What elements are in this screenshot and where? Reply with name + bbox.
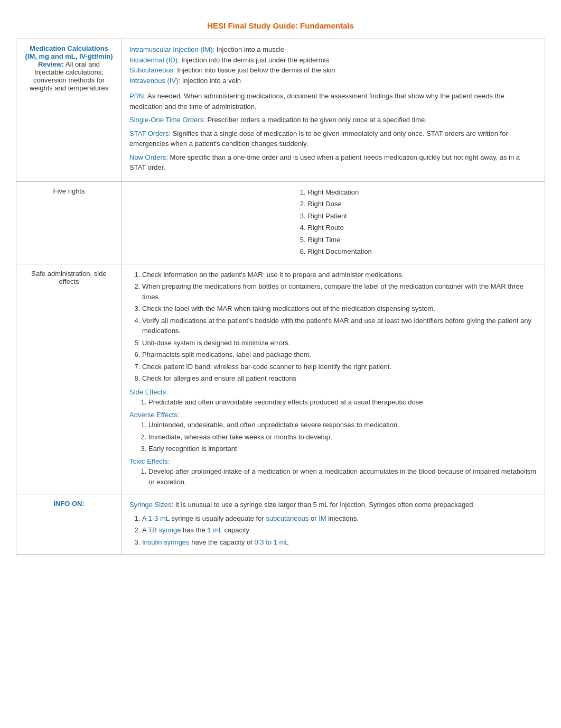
safe-admin-list: Check information on the patient's MAR: … bbox=[129, 270, 537, 384]
list-item: Unit-dose system is designed to minimize… bbox=[142, 338, 537, 348]
left-cell-med-calc: Medication Calculations (IM, mg and mL, … bbox=[16, 39, 122, 182]
toxic-effects-section: Toxic Effects: Develop after prolonged i… bbox=[129, 456, 537, 487]
insulin-capacity: 0.3 to 1 mL bbox=[254, 538, 288, 546]
list-item: A 1-3 mL syringe is usually adequate for… bbox=[142, 513, 537, 524]
prn-block: PRN: As needed. When administering medic… bbox=[129, 91, 537, 112]
side-effects-section: Side Effects: Predictable and often unav… bbox=[129, 387, 537, 408]
list-item: Right Time bbox=[307, 235, 371, 245]
med-calc-heading: Medication Calculations (IM, mg and mL, … bbox=[25, 44, 113, 60]
injection-types: Intramuscular Injection (IM): Injection … bbox=[129, 44, 537, 86]
right-cell-safe-admin: Check information on the patient's MAR: … bbox=[122, 264, 545, 494]
list-item: A TB syringe has the 1 mL capacity bbox=[142, 525, 537, 536]
side-effects-label: Side Effects: bbox=[129, 388, 168, 396]
list-item: Check the label with the MAR when taking… bbox=[142, 303, 537, 314]
toxic-effects-list: Develop after prolonged intake of a medi… bbox=[129, 466, 537, 487]
list-item: Verify all medications at the patient's … bbox=[142, 316, 537, 336]
stat-label: STAT Orders: bbox=[129, 130, 171, 137]
left-cell-five-rights: Five rights bbox=[16, 181, 122, 264]
list-item: Unintended, undesirable, and often unpre… bbox=[148, 420, 537, 430]
med-calc-review: Review: All oral and Injectable calculat… bbox=[30, 60, 109, 92]
list-item: Right Route bbox=[307, 223, 371, 233]
list-item: Insulin syringes have the capacity of 0.… bbox=[142, 537, 537, 548]
syringe-sizes-intro: Syringe Sizes: It is unusual to use a sy… bbox=[129, 500, 537, 510]
list-item: Right Patient bbox=[307, 211, 371, 222]
tb-capacity: 1 mL bbox=[207, 526, 222, 534]
stat-block: STAT Orders: Signifies that a single dos… bbox=[129, 128, 537, 149]
five-rights-list: Right Medication Right Dose Right Patien… bbox=[295, 187, 371, 259]
im-label: Intramuscular Injection (IM): bbox=[129, 45, 214, 53]
toxic-effects-label: Toxic Effects: bbox=[129, 457, 170, 465]
five-rights-label: Five rights bbox=[53, 187, 85, 195]
list-item: Pharmacists split medications, label and… bbox=[142, 349, 537, 360]
list-item: Predictable and often unavoidable second… bbox=[148, 397, 537, 408]
list-item: Right Documentation bbox=[307, 246, 371, 257]
side-effects-list: Predictable and often unavoidable second… bbox=[129, 397, 537, 408]
im-ref: IM bbox=[319, 514, 326, 522]
page-title: HESI Final Study Guide: Fundamentals bbox=[16, 21, 545, 30]
id-label: Intradermal (ID): bbox=[129, 56, 180, 64]
single-time-block: Single-One Time Orders: Prescriber order… bbox=[129, 115, 537, 125]
right-cell-info-on: Syringe Sizes: It is unusual to use a sy… bbox=[122, 494, 545, 555]
info-on-label: INFO ON: bbox=[53, 500, 85, 508]
prn-label: PRN: bbox=[129, 92, 146, 100]
adverse-effects-label: Adverse Effects: bbox=[129, 411, 179, 419]
now-orders-label: Now Orders: bbox=[129, 153, 168, 161]
main-table: Medication Calculations (IM, mg and mL, … bbox=[16, 39, 545, 555]
list-item: Check patient ID band; wireless bar-code… bbox=[142, 362, 537, 372]
list-item: Check for allergies and ensure all patie… bbox=[142, 373, 537, 384]
list-item: Develop after prolonged intake of a medi… bbox=[148, 466, 537, 487]
insulin-syringe-ref: Insulin syringes bbox=[142, 538, 190, 546]
table-row-safe-admin: Safe administration, side effects Check … bbox=[16, 264, 545, 494]
iv-label: Intravenous (IV): bbox=[129, 77, 180, 85]
single-time-label: Single-One Time Orders: bbox=[129, 116, 205, 124]
subq-label: Subcutaneous: bbox=[129, 66, 175, 74]
table-row-five-rights: Five rights Right Medication Right Dose … bbox=[16, 181, 545, 264]
syringe-sizes-list: A 1-3 mL syringe is usually adequate for… bbox=[129, 513, 537, 548]
subcutaneous-ref: subcutaneous bbox=[266, 514, 308, 522]
list-item: Right Dose bbox=[307, 199, 371, 209]
left-cell-safe-admin: Safe administration, side effects bbox=[16, 264, 122, 494]
syringe-size-1-3: 1-3 mL bbox=[148, 514, 170, 522]
list-item: Check information on the patient's MAR: … bbox=[142, 270, 537, 280]
list-item: When preparing the medications from bott… bbox=[142, 281, 537, 302]
list-item: Immediate, whereas other take weeks or m… bbox=[148, 432, 537, 443]
list-item: Right Medication bbox=[307, 187, 371, 198]
safe-admin-label: Safe administration, side effects bbox=[31, 270, 106, 285]
adverse-effects-section: Adverse Effects: Unintended, undesirable… bbox=[129, 410, 537, 454]
right-cell-med-calc: Intramuscular Injection (IM): Injection … bbox=[122, 39, 545, 182]
table-row: Medication Calculations (IM, mg and mL, … bbox=[16, 39, 545, 182]
table-row-info-on: INFO ON: Syringe Sizes: It is unusual to… bbox=[16, 494, 545, 555]
left-cell-info-on: INFO ON: bbox=[16, 494, 122, 555]
tb-syringe-ref: TB syringe bbox=[148, 526, 181, 534]
now-orders-block: Now Orders: More specific than a one-tim… bbox=[129, 152, 537, 173]
list-item: Early recognition is important bbox=[148, 444, 537, 454]
right-cell-five-rights: Right Medication Right Dose Right Patien… bbox=[122, 181, 545, 264]
syringe-sizes-label: Syringe Sizes: bbox=[129, 501, 173, 509]
adverse-effects-list: Unintended, undesirable, and often unpre… bbox=[129, 420, 537, 454]
